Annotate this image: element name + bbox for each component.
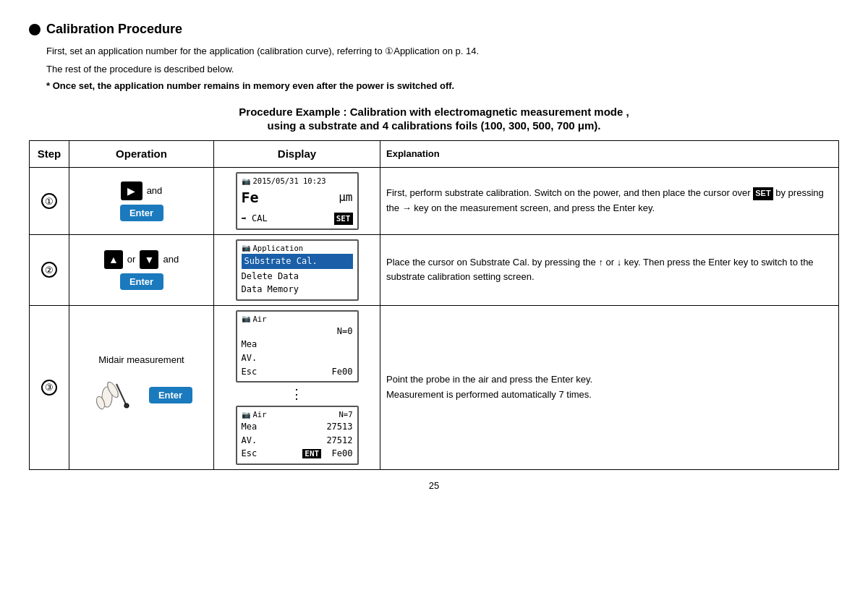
procedure-title: Procedure Example : Calibration with ele… — [29, 106, 839, 118]
col-operation: Operation — [69, 140, 214, 168]
table-row-2: ② ▲ or ▼ and Enter — [30, 234, 839, 305]
operation-1: ▶ and Enter — [69, 168, 214, 235]
set-tag-1: SET — [334, 213, 353, 225]
display-1: 📷 2015/05/31 10:23 Fe μm ➡ CAL SET — [214, 168, 380, 235]
enter-button-1: Enter — [120, 205, 163, 221]
table-row-3: ③ Midair measurement — [30, 305, 839, 469]
explanation-3: Point the probe in the air and press the… — [380, 305, 839, 469]
lcd-screen-1: 📷 2015/05/31 10:23 Fe μm ➡ CAL SET — [236, 172, 359, 230]
procedure-table: Step Operation Display Explanation ① ▶ a… — [29, 140, 839, 470]
enter-button-2: Enter — [120, 273, 163, 290]
arrow-up-button: ▲ — [104, 250, 123, 269]
operation-2: ▲ or ▼ and Enter — [69, 234, 214, 305]
ent-tag: ENT — [302, 449, 321, 458]
arrow-right-button: ▶ — [121, 181, 142, 200]
col-explanation: Explanation — [380, 140, 839, 168]
page-number: 25 — [29, 480, 839, 491]
display-3: 📷 Air N=0 Mea AV. EscFe00 — [214, 305, 380, 469]
step-3: ③ — [30, 305, 69, 469]
procedure-subtitle: using a substrate and 4 calibrations foi… — [29, 119, 839, 132]
intro-bold: * Once set, the application number remai… — [29, 80, 839, 91]
step-1: ① — [30, 168, 69, 235]
col-step: Step — [30, 140, 69, 168]
bullet-icon — [29, 24, 41, 35]
operation-3: Midair measurement — [69, 305, 214, 469]
svg-point-3 — [124, 403, 129, 408]
intro-line1: First, set an application number for the… — [29, 44, 839, 59]
set-badge: SET — [753, 187, 773, 200]
display-2: 📷 Application Substrate Cal. Delete Data… — [214, 234, 380, 305]
hand-enter-area: Enter — [75, 369, 208, 420]
enter-button-3: Enter — [149, 387, 192, 403]
lcd-screen-2: 📷 Application Substrate Cal. Delete Data… — [236, 239, 359, 301]
step-2: ② — [30, 234, 69, 305]
substrate-cal-highlight: Substrate Cal. — [242, 254, 353, 269]
col-display: Display — [214, 140, 380, 168]
table-row-1: ① ▶ and Enter 📷 2015/05/31 10 — [30, 168, 839, 235]
lcd-screen-3b: 📷 Air N=7 Mea27513 AV.27512 — [236, 406, 359, 465]
lcd-screen-3a: 📷 Air N=0 Mea AV. EscFe00 — [236, 310, 359, 383]
explanation-1: First, perform substrate calibration. Sw… — [380, 168, 839, 235]
midair-label: Midair measurement — [75, 354, 208, 365]
dots-separator: ⋮ — [290, 388, 305, 401]
intro-line2: The rest of the procedure is described b… — [29, 62, 839, 77]
explanation-2: Place the cursor on Substrate Cal. by pr… — [380, 234, 839, 305]
section-title: Calibration Procedure — [29, 22, 839, 37]
hand-illustration — [91, 369, 142, 420]
arrow-down-button: ▼ — [140, 250, 158, 269]
